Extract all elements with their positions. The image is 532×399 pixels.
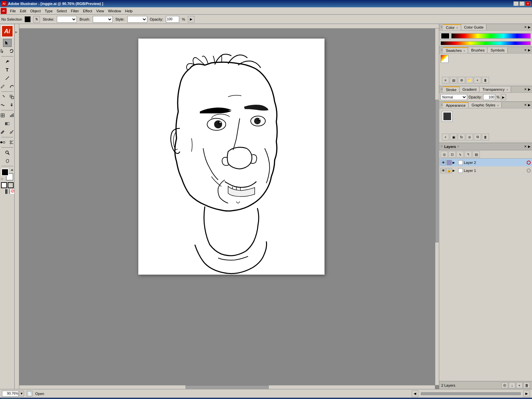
- menu-view[interactable]: View: [94, 8, 106, 14]
- layer-row-1[interactable]: 👁 🔒 ▶ Layer 1: [439, 167, 532, 175]
- h-scroll-indicator[interactable]: [421, 392, 521, 395]
- tab-gradient[interactable]: Gradient: [460, 86, 479, 92]
- color-spectrum-bar[interactable]: [451, 33, 531, 39]
- delete-swatch-btn[interactable]: 🗑: [482, 77, 489, 83]
- fill-btn[interactable]: [1, 182, 7, 188]
- menu-help[interactable]: Help: [123, 8, 135, 14]
- v-scrollbar-thumb[interactable]: [435, 100, 439, 242]
- layer2-expand[interactable]: ▶: [453, 161, 457, 164]
- close-color-panel[interactable]: ✕: [524, 25, 527, 29]
- gradient-tool[interactable]: [3, 120, 12, 128]
- tab-stroke[interactable]: Stroke: [443, 86, 460, 92]
- h-scrollbar-thumb[interactable]: [186, 385, 269, 389]
- close-layers-tab[interactable]: ×: [457, 145, 459, 148]
- add-effect-btn[interactable]: fx: [458, 134, 465, 140]
- tab-brushes[interactable]: Brushes: [468, 47, 487, 53]
- scale-tool[interactable]: [7, 93, 15, 101]
- fill-stroke-toggle[interactable]: ⇅: [33, 16, 40, 23]
- zoom-tool[interactable]: [3, 149, 12, 157]
- layer2-lock[interactable]: [447, 160, 452, 165]
- close-graphic-styles-tab[interactable]: ×: [497, 104, 499, 107]
- smooth-tool[interactable]: [7, 82, 15, 90]
- opacity-arrow[interactable]: ▶: [188, 16, 195, 23]
- v-scrollbar[interactable]: [435, 29, 439, 385]
- swatches-panel-menu[interactable]: ▶: [528, 48, 531, 52]
- layer1-visibility[interactable]: 👁: [441, 168, 446, 173]
- tab-color-guide[interactable]: Color Guide: [461, 24, 487, 30]
- pen-tool[interactable]: [3, 58, 12, 66]
- eyedropper-tool[interactable]: [0, 128, 7, 136]
- title-bar-controls[interactable]: _ □ ✕: [513, 1, 531, 6]
- menu-effect[interactable]: Effect: [81, 8, 94, 14]
- layer-make-selection-btn[interactable]: ◎: [501, 382, 508, 388]
- show-kinds-btn[interactable]: ▤: [450, 77, 457, 83]
- close-color-tab[interactable]: ×: [456, 26, 458, 30]
- h-scrollbar[interactable]: [19, 385, 435, 389]
- stroke-color-swatch[interactable]: [441, 33, 450, 39]
- mesh-tool[interactable]: [0, 111, 7, 119]
- scissors-tool[interactable]: [7, 138, 15, 146]
- layer-locate-btn[interactable]: ◎: [441, 151, 448, 158]
- layer2-visibility[interactable]: 👁: [441, 160, 446, 165]
- nav-right-btn[interactable]: ▶: [523, 390, 530, 397]
- status-doc-icon[interactable]: 📄: [27, 391, 33, 397]
- stroke-select[interactable]: [57, 16, 77, 23]
- puppet-warp[interactable]: [7, 101, 15, 109]
- menu-object[interactable]: Object: [28, 8, 43, 14]
- color-hue-bar[interactable]: [441, 41, 531, 45]
- tab-symbols[interactable]: Symbols: [487, 47, 507, 53]
- canvas-scroll[interactable]: [19, 29, 439, 389]
- duplicate-item-btn[interactable]: ⧉: [474, 134, 481, 140]
- appearance-panel-menu[interactable]: ▶: [528, 103, 531, 107]
- restore-btn[interactable]: □: [519, 1, 525, 6]
- rotate-tool[interactable]: [0, 93, 7, 101]
- tab-appearance[interactable]: Appearance: [443, 102, 468, 108]
- foreground-color-swatch[interactable]: [1, 169, 9, 176]
- menu-select[interactable]: Select: [55, 8, 69, 14]
- tab-transparency[interactable]: Transparency ×: [479, 86, 511, 92]
- zoom-input[interactable]: 90.76%: [2, 391, 19, 397]
- minimize-btn[interactable]: _: [513, 1, 519, 6]
- style-select[interactable]: [127, 16, 147, 23]
- brush-select[interactable]: [93, 16, 113, 23]
- stroke-btn[interactable]: [8, 182, 14, 188]
- layer1-lock[interactable]: 🔒: [447, 168, 452, 173]
- transparency-opacity-input[interactable]: 100: [483, 94, 495, 100]
- direct-select-tool[interactable]: [0, 47, 7, 55]
- menu-edit[interactable]: Edit: [18, 8, 28, 14]
- opacity-stepper[interactable]: ▶: [501, 94, 506, 100]
- swap-colors-icon[interactable]: ⇄: [11, 169, 13, 172]
- layer1-target[interactable]: [527, 169, 531, 173]
- line-tool[interactable]: [3, 74, 12, 82]
- layer-clip-btn[interactable]: ⊡: [449, 151, 456, 158]
- delete-layer-btn[interactable]: 🗑: [523, 382, 530, 388]
- tab-swatches[interactable]: Swatches ×: [443, 47, 468, 53]
- layer2-target[interactable]: [527, 161, 531, 165]
- selection-tool[interactable]: [3, 39, 12, 47]
- layer1-expand[interactable]: ▶: [453, 169, 457, 172]
- color-panel-menu[interactable]: ▶: [528, 25, 531, 29]
- delete-item-btn[interactable]: 🗑: [482, 134, 489, 140]
- solid-color-btn[interactable]: [0, 189, 4, 194]
- blend-tool[interactable]: [0, 138, 7, 146]
- close-btn[interactable]: ✕: [525, 1, 531, 6]
- stroke-panel-menu[interactable]: ▶: [528, 87, 531, 91]
- layer-row-2[interactable]: 👁 ▶ Layer 2: [439, 159, 532, 167]
- menu-window[interactable]: Window: [106, 8, 123, 14]
- gradient-color-btn[interactable]: [5, 189, 10, 194]
- fill-color[interactable]: [25, 16, 31, 22]
- nav-left-btn[interactable]: ◀: [412, 390, 418, 397]
- measure-tool[interactable]: [7, 128, 15, 136]
- swatch-options-btn[interactable]: ⚙: [458, 77, 465, 83]
- lasso-tool[interactable]: [7, 47, 15, 55]
- new-layer-btn[interactable]: +: [516, 382, 523, 388]
- menu-file[interactable]: File: [8, 8, 18, 14]
- new-swatch-btn[interactable]: +: [474, 77, 481, 83]
- add-new-fill-btn[interactable]: ▣: [450, 134, 457, 140]
- close-swatches-panel[interactable]: ✕: [524, 48, 527, 52]
- clear-appearance-btn[interactable]: ⊘: [466, 134, 473, 140]
- warp-tool[interactable]: [0, 101, 7, 109]
- tab-color[interactable]: Color ×: [443, 24, 461, 30]
- layer-enter-btn[interactable]: ↳: [457, 151, 464, 158]
- layer-collect-btn[interactable]: ▤: [472, 151, 480, 158]
